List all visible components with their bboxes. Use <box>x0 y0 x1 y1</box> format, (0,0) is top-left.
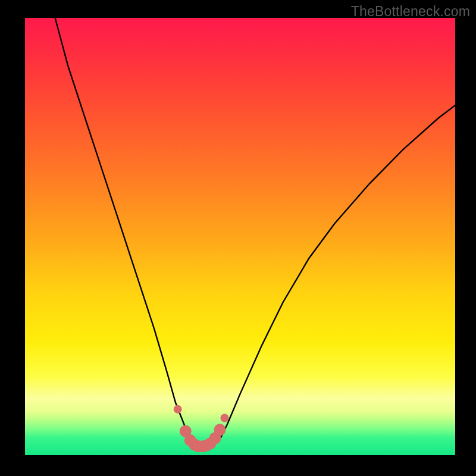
watermark-text: TheBottleneck.com <box>351 4 470 20</box>
chart-svg <box>25 18 455 455</box>
optimal-marker <box>174 405 182 414</box>
optimal-marker <box>220 414 228 422</box>
chart-frame: TheBottleneck.com <box>0 0 476 476</box>
bottleneck-curve <box>55 18 455 446</box>
optimal-markers <box>174 405 229 452</box>
plot-area <box>25 18 455 455</box>
optimal-marker <box>214 424 226 436</box>
